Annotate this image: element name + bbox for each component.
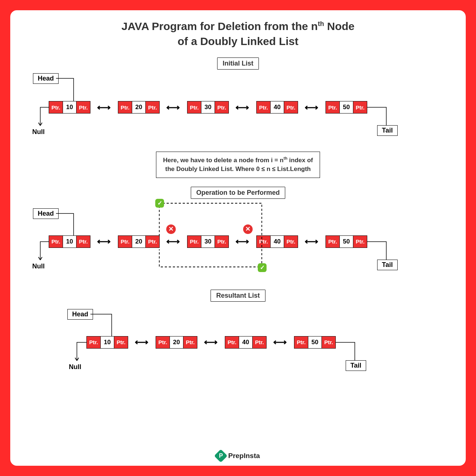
node-5: Ptr. 50 Ptr. xyxy=(326,101,367,114)
ptr-cell: Ptr. xyxy=(76,236,90,248)
null-label: Null xyxy=(69,363,81,371)
ptr-cell: Ptr. xyxy=(284,101,298,113)
ptr-cell: Ptr. xyxy=(257,236,271,248)
node-1: Ptr. 10 Ptr. xyxy=(49,101,90,114)
val-cell: 40 xyxy=(239,336,252,348)
cross-icon: ✕ xyxy=(166,224,176,234)
node-3: Ptr. 30 Ptr. xyxy=(187,101,229,114)
double-arrow: ⟷ xyxy=(302,238,320,245)
node-2: Ptr. 20 Ptr. xyxy=(118,101,160,114)
info-text-c: the Doubly Linked List. Where 0 ≤ n ≤ Li… xyxy=(165,166,310,172)
ptr-cell: Ptr. xyxy=(353,236,367,248)
node-4: Ptr. 40 Ptr. xyxy=(256,235,298,248)
val-cell: 20 xyxy=(132,101,145,113)
ptr-cell: Ptr. xyxy=(145,236,159,248)
tail-label: Tail xyxy=(346,360,366,371)
brand-logo-icon: P xyxy=(214,449,228,463)
ptr-cell: Ptr. xyxy=(326,236,340,248)
cross-icon: ✕ xyxy=(243,224,253,234)
double-arrow: ⟷ xyxy=(94,238,113,245)
val-cell: 10 xyxy=(63,236,76,248)
ptr-cell: Ptr. xyxy=(145,101,159,113)
ptr-cell: Ptr. xyxy=(114,336,128,348)
ptr-cell: Ptr. xyxy=(49,236,63,248)
ptr-cell: Ptr. xyxy=(326,101,340,113)
section-operation-label: Operation to be Performed xyxy=(191,187,285,199)
val-cell: 30 xyxy=(201,236,215,248)
double-arrow: ⟷ xyxy=(271,339,289,346)
ptr-cell: Ptr. xyxy=(225,336,239,348)
title-text-a: JAVA Program for Deletion from the n xyxy=(122,20,318,32)
val-cell: 50 xyxy=(340,236,353,248)
val-cell: 10 xyxy=(101,336,114,348)
title-sup: th xyxy=(318,20,324,27)
val-cell: 30 xyxy=(201,101,215,113)
double-arrow: ⟷ xyxy=(233,104,251,111)
head-label: Head xyxy=(67,309,93,320)
initial-list-area: Head Ptr. 10 Ptr. ⟷ Ptr. 20 Ptr. ⟷ Ptr. … xyxy=(10,70,466,146)
check-icon: ✓ xyxy=(258,263,267,272)
double-arrow: ⟷ xyxy=(201,339,220,346)
ptr-cell: Ptr. xyxy=(294,336,308,348)
node-4: Ptr. 40 Ptr. xyxy=(256,101,298,114)
ptr-cell: Ptr. xyxy=(215,101,228,113)
check-icon: ✓ xyxy=(155,199,164,208)
title-text-c: of a Doubly Linked List xyxy=(178,35,298,47)
page-title: JAVA Program for Deletion from the nth N… xyxy=(10,10,466,49)
val-cell: 50 xyxy=(308,336,321,348)
ptr-cell: Ptr. xyxy=(353,101,367,113)
node-2: Ptr. 20 Ptr. xyxy=(156,336,197,349)
node-2: Ptr. 20 Ptr. xyxy=(118,235,160,248)
ptr-cell: Ptr. xyxy=(183,336,197,348)
node-3: Ptr. 40 Ptr. xyxy=(225,336,267,349)
ptr-cell: Ptr. xyxy=(252,336,266,348)
node-5: Ptr. 50 Ptr. xyxy=(326,235,367,248)
ptr-cell: Ptr. xyxy=(76,101,90,113)
result-list-area: Head Ptr. 10 Ptr. ⟷ Ptr. 20 Ptr. ⟷ Ptr. … xyxy=(10,302,466,382)
node-4: Ptr. 50 Ptr. xyxy=(294,336,336,349)
info-sup: th xyxy=(283,156,287,160)
brand-text: PrepInsta xyxy=(228,452,260,460)
node-3-deleted: Ptr. 30 Ptr. xyxy=(187,235,229,248)
val-cell: 40 xyxy=(271,236,284,248)
ptr-cell: Ptr. xyxy=(156,336,170,348)
double-arrow: ⟷ xyxy=(132,339,150,346)
info-text-a: Here, we have to delete a node from i = … xyxy=(163,157,283,164)
info-box: Here, we have to delete a node from i = … xyxy=(156,152,320,178)
info-text-b: index of xyxy=(287,157,313,164)
val-cell: 20 xyxy=(170,336,183,348)
tail-label: Tail xyxy=(377,125,398,136)
double-arrow: ⟷ xyxy=(164,104,182,111)
null-label: Null xyxy=(32,263,45,270)
tail-label: Tail xyxy=(377,260,398,270)
double-arrow: ⟷ xyxy=(302,104,320,111)
operation-area: Head Ptr. 10 Ptr. ⟷ Ptr. 20 Ptr. ⟷ Ptr. … xyxy=(10,199,466,287)
ptr-cell: Ptr. xyxy=(187,101,201,113)
ptr-cell: Ptr. xyxy=(215,236,228,248)
val-cell: 40 xyxy=(271,101,284,113)
double-arrow: ⟷ xyxy=(94,104,113,111)
ptr-cell: Ptr. xyxy=(118,236,132,248)
ptr-cell: Ptr. xyxy=(257,101,271,113)
ptr-cell: Ptr. xyxy=(321,336,335,348)
section-initial-label: Initial List xyxy=(217,57,259,70)
head-label: Head xyxy=(33,208,59,219)
val-cell: 10 xyxy=(63,101,76,113)
double-arrow-removed: ⟷ xyxy=(164,238,182,245)
ptr-cell: Ptr. xyxy=(49,101,63,113)
val-cell: 50 xyxy=(340,101,353,113)
double-arrow-removed: ⟷ xyxy=(233,238,251,245)
ptr-cell: Ptr. xyxy=(187,236,201,248)
ptr-cell: Ptr. xyxy=(87,336,101,348)
brand: P PrepInsta xyxy=(10,451,466,461)
ptr-cell: Ptr. xyxy=(118,101,132,113)
section-result-label: Resultant List xyxy=(211,290,265,302)
node-1: Ptr. 10 Ptr. xyxy=(86,336,128,349)
val-cell: 20 xyxy=(132,236,145,248)
null-label: Null xyxy=(32,128,45,136)
node-1: Ptr. 10 Ptr. xyxy=(49,235,90,248)
diagram-canvas: JAVA Program for Deletion from the nth N… xyxy=(10,10,466,466)
ptr-cell: Ptr. xyxy=(284,236,298,248)
head-label: Head xyxy=(33,73,59,84)
title-text-b: Node xyxy=(324,20,354,32)
